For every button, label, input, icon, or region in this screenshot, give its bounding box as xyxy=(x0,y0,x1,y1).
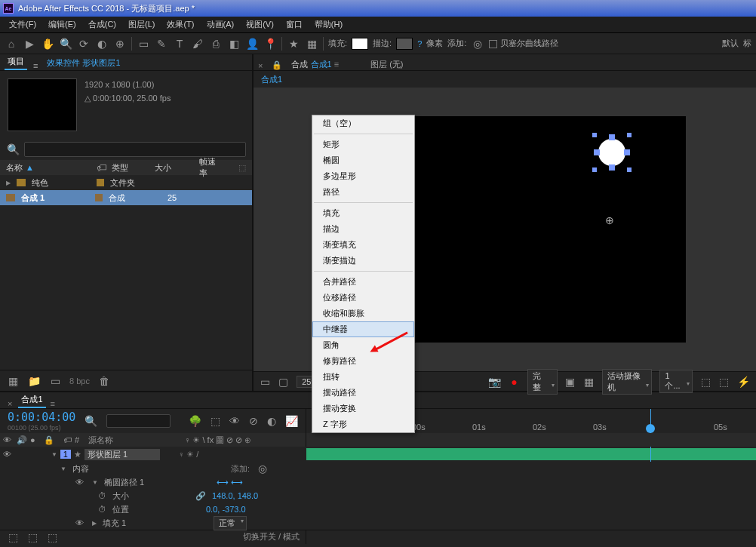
menu-composition[interactable]: 合成(C) xyxy=(82,17,122,32)
snapshot-icon[interactable]: 📷 xyxy=(488,375,501,389)
size-value[interactable]: 148.0, 148.0 xyxy=(212,491,258,500)
menu-item-trim-paths[interactable]: 修剪路径 xyxy=(312,353,414,369)
layer-tab[interactable]: 图层 (无) xyxy=(370,59,403,70)
project-tab[interactable]: 项目 xyxy=(5,54,27,70)
effect-controls-tab[interactable]: 效果控件 形状图层1 xyxy=(44,56,123,70)
shy-icon[interactable]: 👁 xyxy=(229,414,240,428)
menu-item-gradient-fill[interactable]: 渐变填充 xyxy=(312,237,414,253)
menu-edit[interactable]: 编辑(E) xyxy=(42,17,82,32)
menu-item-fill[interactable]: 填充 xyxy=(312,205,414,221)
toggle-switches-icon[interactable]: ⬚ xyxy=(6,530,20,544)
project-columns-header[interactable]: 名称 ▲ 🏷类型 大小 帧速率 ⬚ xyxy=(0,160,252,175)
playhead[interactable] xyxy=(650,409,651,433)
fast-preview-icon[interactable]: ⚡ xyxy=(737,375,750,389)
pen-tool-icon[interactable]: ✎ xyxy=(155,37,168,51)
draft-3d-icon[interactable]: ⬚ xyxy=(211,414,220,428)
shape-ellipse[interactable] xyxy=(598,139,625,166)
bpc-button[interactable]: 8 bpc xyxy=(69,376,90,386)
toggle-parent-icon[interactable]: ⬚ xyxy=(45,530,59,544)
property-size[interactable]: ⏱ 大小 🔗 148.0, 148.0 xyxy=(0,489,756,502)
current-timecode[interactable]: 0:00:04:00 xyxy=(8,410,75,424)
property-contents[interactable]: ▼ 内容 添加: ◎ xyxy=(0,462,756,475)
clone-tool-icon[interactable]: ⎙ xyxy=(209,37,223,51)
stopwatch-icon[interactable]: ⏱ xyxy=(98,505,106,514)
hand-tool-icon[interactable]: ✋ xyxy=(41,37,54,51)
zoom-tool-icon[interactable]: 🔍 xyxy=(59,37,72,51)
new-folder-icon[interactable]: 📁 xyxy=(27,374,41,388)
home-icon[interactable]: ⌂ xyxy=(5,37,18,51)
menu-item-zigzag[interactable]: Z 字形 xyxy=(312,416,414,432)
project-search-input[interactable] xyxy=(24,142,246,157)
menu-file[interactable]: 文件(F) xyxy=(3,17,42,32)
magnify-icon[interactable]: ▭ xyxy=(260,375,271,389)
trash-icon[interactable]: 🗑 xyxy=(97,374,111,388)
stopwatch-icon[interactable]: ⏱ xyxy=(98,491,106,500)
toggle-alpha-icon[interactable]: ▢ xyxy=(278,375,290,389)
bezier-checkbox[interactable]: 贝塞尔曲线路径 xyxy=(489,38,558,49)
eraser-tool-icon[interactable]: ◧ xyxy=(227,37,241,51)
menu-item-group[interactable]: 组（空） xyxy=(312,115,414,131)
lock-icon[interactable]: 🔒 xyxy=(272,60,282,70)
stroke-width-value[interactable]: ? xyxy=(417,39,422,48)
menu-item-wiggle-paths[interactable]: 摆动路径 xyxy=(312,385,414,401)
roto-tool-icon[interactable]: 👤 xyxy=(245,37,259,51)
selection-tool-icon[interactable]: ▶ xyxy=(23,37,36,51)
3d-view-icon[interactable]: ⬚ xyxy=(700,375,711,389)
resolution-dropdown[interactable]: 完整 xyxy=(527,369,558,395)
menu-item-polystar[interactable]: 多边星形 xyxy=(312,168,414,184)
rectangle-tool-icon[interactable]: ▭ xyxy=(137,37,150,51)
layer-duration-bar[interactable] xyxy=(306,448,756,460)
comp-mini-icon[interactable]: 🌳 xyxy=(189,414,201,428)
menu-item-path[interactable]: 路径 xyxy=(312,184,414,200)
new-comp-icon[interactable]: ▭ xyxy=(48,374,62,388)
toggle-footer-label[interactable]: 切换开关 / 模式 xyxy=(243,531,300,542)
menu-effect[interactable]: 效果(T) xyxy=(161,17,200,32)
graph-editor-icon[interactable]: 📈 xyxy=(285,414,298,428)
menu-item-round-corners[interactable]: 圆角 xyxy=(312,337,414,353)
standard-button[interactable]: 标 xyxy=(743,38,751,49)
timeline-search-input[interactable] xyxy=(106,414,171,428)
composition-tab-group[interactable]: 合成 合成1 ≡ xyxy=(291,59,339,70)
show-channel-icon[interactable]: ● xyxy=(509,375,520,389)
menu-item-pucker-bloat[interactable]: 收缩和膨胀 xyxy=(312,306,414,321)
orbit-tool-icon[interactable]: ⟳ xyxy=(77,37,91,51)
text-tool-icon[interactable]: T xyxy=(173,37,186,51)
puppet-tool-icon[interactable]: 📍 xyxy=(263,37,277,51)
property-fill[interactable]: 👁▶ 填充 1 正常 xyxy=(0,516,756,530)
composition-thumbnail[interactable] xyxy=(8,78,77,131)
menu-item-stroke[interactable]: 描边 xyxy=(312,221,414,237)
motion-blur-icon[interactable]: ◐ xyxy=(267,414,276,428)
rotate-tool-icon[interactable]: ◐ xyxy=(95,37,109,51)
menu-animation[interactable]: 动画(A) xyxy=(201,17,241,32)
menu-item-twist[interactable]: 扭转 xyxy=(312,369,414,385)
menu-help[interactable]: 帮助(H) xyxy=(309,17,349,32)
menu-item-wiggle-transform[interactable]: 摆动变换 xyxy=(312,401,414,416)
add-target-icon[interactable]: ◎ xyxy=(471,37,484,51)
project-item-composition[interactable]: 合成 1 合成 25 xyxy=(0,190,252,205)
pixel-aspect-icon[interactable]: ⬚ xyxy=(718,375,730,389)
shape-tool-icon[interactable]: ★ xyxy=(287,37,300,51)
menu-view[interactable]: 视图(V) xyxy=(240,17,280,32)
project-item-folder[interactable]: ▶ 纯色 文件夹 xyxy=(0,175,252,190)
toggle-modes-icon[interactable]: ⬚ xyxy=(26,530,39,544)
property-position[interactable]: ⏱ 位置 0.0, -373.0 xyxy=(0,502,756,516)
menu-item-merge-paths[interactable]: 合并路径 xyxy=(312,274,414,290)
camera-dropdown[interactable]: 活动摄像机 xyxy=(602,369,653,395)
menu-item-rectangle[interactable]: 矩形 xyxy=(312,137,414,152)
anchor-point-icon[interactable]: ⊕ xyxy=(605,214,614,226)
timeline-layer-row[interactable]: 👁 ▼ 1 ★ 形状图层 1 ♀ ☀ / xyxy=(0,447,756,462)
visibility-toggle[interactable]: 👁 xyxy=(3,450,14,459)
default-workspace-button[interactable]: 默认 xyxy=(722,38,739,49)
composition-breadcrumb[interactable]: 合成1 xyxy=(254,71,756,88)
flowchart-icon[interactable]: ⬚ xyxy=(238,163,246,173)
close-icon[interactable]: × xyxy=(8,399,12,408)
menu-layer[interactable]: 图层(L) xyxy=(122,17,161,32)
menu-item-gradient-stroke[interactable]: 渐变描边 xyxy=(312,253,414,269)
stroke-color-swatch[interactable] xyxy=(396,38,413,50)
blend-mode-dropdown[interactable]: 正常 xyxy=(214,516,247,530)
frame-blend-icon[interactable]: ⊘ xyxy=(249,414,258,428)
layer-name[interactable]: 形状图层 1 xyxy=(85,449,160,460)
menu-item-ellipse[interactable]: 椭圆 xyxy=(312,152,414,168)
grid-tool-icon[interactable]: ▦ xyxy=(305,37,318,51)
views-dropdown[interactable]: 1个... xyxy=(659,370,692,393)
